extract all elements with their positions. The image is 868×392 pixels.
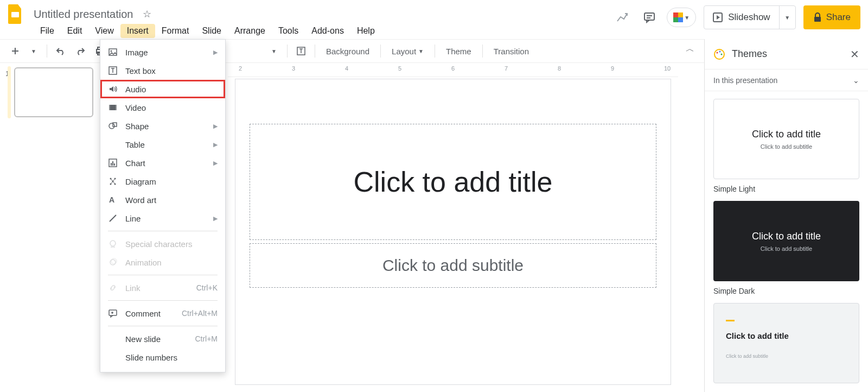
canvas-area: 234567891011 Click to add title Click to… xyxy=(228,63,678,392)
title-right-controls: ▼ Slideshow ▼ Share xyxy=(612,5,860,29)
svg-point-27 xyxy=(109,123,114,129)
svg-point-16 xyxy=(717,52,718,53)
theme-card[interactable]: Click to add titleClick to add subtitle xyxy=(713,201,859,281)
slideshow-group: Slideshow ▼ xyxy=(704,5,796,29)
svg-rect-1 xyxy=(644,13,654,20)
doc-title[interactable]: Untitled presentation xyxy=(34,8,133,21)
insert-menu-animation: Animation xyxy=(100,253,225,271)
insert-menu-text-box[interactable]: Text box xyxy=(100,61,225,80)
share-button[interactable]: Share xyxy=(803,5,860,29)
svg-text:A: A xyxy=(109,195,114,204)
present-icon xyxy=(713,12,723,22)
video-icon xyxy=(108,103,118,112)
svg-point-20 xyxy=(111,50,112,52)
close-icon[interactable]: ✕ xyxy=(850,48,859,61)
slideshow-label: Slideshow xyxy=(728,12,770,23)
insert-menu-comment[interactable]: CommentCtrl+Alt+M xyxy=(100,304,225,323)
share-label: Share xyxy=(826,12,851,23)
new-slide-dropdown[interactable]: ▼ xyxy=(26,42,41,60)
svg-rect-5 xyxy=(814,17,821,22)
theme-button[interactable]: Theme xyxy=(441,42,477,60)
insert-menu-table[interactable]: Table▶ xyxy=(100,135,225,154)
svg-rect-0 xyxy=(11,12,19,17)
title-placeholder[interactable]: Click to add title xyxy=(250,124,656,240)
wordart-icon: A xyxy=(108,195,118,205)
insert-menu-link: LinkCtrl+K xyxy=(100,279,225,297)
theme-card[interactable]: Click to add titleClick to add subtitle xyxy=(713,303,859,383)
svg-line-39 xyxy=(110,215,116,222)
slide-thumb[interactable] xyxy=(14,67,93,117)
menu-view[interactable]: View xyxy=(88,24,120,38)
activity-icon[interactable] xyxy=(612,8,632,27)
menu-file[interactable]: File xyxy=(34,24,61,38)
transition-button[interactable]: Transition xyxy=(488,42,534,60)
submenu-arrow-icon: ▶ xyxy=(213,123,218,130)
insert-menu-shape[interactable]: Shape▶ xyxy=(100,117,225,135)
insert-menu-line[interactable]: Line▶ xyxy=(100,209,225,227)
themes-panel: Themes ✕ In this presentation ⌄ Click to… xyxy=(704,39,868,392)
menu-insert[interactable]: Insert xyxy=(120,24,155,38)
chevron-down-icon: ⌄ xyxy=(853,76,859,85)
menu-bar: FileEditViewInsertFormatSlideArrangeTool… xyxy=(34,23,381,39)
collapse-toolbar-button[interactable]: ︿ xyxy=(686,43,694,55)
lock-icon xyxy=(813,12,822,22)
meet-button[interactable]: ▼ xyxy=(667,8,696,27)
slide-canvas[interactable]: Click to add title Click to add subtitle xyxy=(235,79,671,384)
comments-icon[interactable] xyxy=(640,8,659,27)
menu-edit[interactable]: Edit xyxy=(61,24,89,38)
textbox-icon xyxy=(108,66,118,75)
theme-list: Click to add titleClick to add subtitleS… xyxy=(705,91,868,391)
slideshow-button[interactable]: Slideshow xyxy=(704,6,779,29)
svg-rect-24 xyxy=(109,105,117,110)
link-icon xyxy=(108,283,118,293)
subtitle-placeholder[interactable]: Click to add subtitle xyxy=(250,243,656,288)
svg-rect-30 xyxy=(111,163,112,166)
submenu-arrow-icon: ▶ xyxy=(213,49,218,56)
theme-card[interactable]: Click to add titleClick to add subtitle xyxy=(713,99,859,179)
undo-button[interactable] xyxy=(53,42,69,60)
image-icon xyxy=(108,47,118,57)
insert-menu-dropdown: Image▶Text boxAudioVideoShape▶Table▶Char… xyxy=(100,39,226,372)
diagram-icon xyxy=(108,176,118,186)
slideshow-dropdown[interactable]: ▼ xyxy=(779,6,795,29)
audio-icon xyxy=(108,84,118,94)
slide-thumbnail-1[interactable]: 1 xyxy=(5,67,93,117)
menu-tools[interactable]: Tools xyxy=(272,24,305,38)
themes-subheader[interactable]: In this presentation ⌄ xyxy=(705,69,868,91)
redo-button[interactable] xyxy=(72,42,88,60)
insert-textbox-button[interactable] xyxy=(293,42,309,60)
insert-menu-image[interactable]: Image▶ xyxy=(100,43,225,61)
themes-header: Themes ✕ xyxy=(705,39,868,69)
app-logo xyxy=(4,3,26,25)
new-slide-button[interactable] xyxy=(8,42,23,60)
insert-menu-video[interactable]: Video xyxy=(100,98,225,117)
chart-icon xyxy=(108,158,118,168)
insert-menu-new-slide[interactable]: New slideCtrl+M xyxy=(100,330,225,348)
svg-point-18 xyxy=(721,53,723,55)
insert-menu-special-characters: Special characters xyxy=(100,235,225,253)
menu-add-ons[interactable]: Add-ons xyxy=(305,24,350,38)
insert-menu-slide-numbers[interactable]: Slide numbers xyxy=(100,348,225,366)
shape-icon xyxy=(108,121,118,131)
menu-arrange[interactable]: Arrange xyxy=(228,24,272,38)
insert-menu-chart[interactable]: Chart▶ xyxy=(100,154,225,172)
slide-strip: 1 xyxy=(0,63,98,392)
star-icon[interactable]: ☆ xyxy=(143,8,151,20)
background-button[interactable]: Background xyxy=(321,42,375,60)
layout-button[interactable]: Layout▼ xyxy=(386,42,429,60)
submenu-arrow-icon: ▶ xyxy=(213,141,218,148)
theme-label: Simple Dark xyxy=(713,287,859,295)
menu-format[interactable]: Format xyxy=(155,24,196,38)
svg-point-15 xyxy=(714,49,724,59)
insert-menu-diagram[interactable]: Diagram xyxy=(100,172,225,191)
menu-slide[interactable]: Slide xyxy=(195,24,228,38)
insert-menu-word-art[interactable]: AWord art xyxy=(100,191,225,209)
zoom-dropdown[interactable]: ▼ xyxy=(266,42,282,60)
horizontal-ruler: 234567891011 xyxy=(228,63,678,77)
meet-icon xyxy=(673,12,683,22)
menu-help[interactable]: Help xyxy=(350,24,381,38)
insert-menu-audio[interactable]: Audio xyxy=(100,80,225,98)
special-icon xyxy=(108,239,118,249)
submenu-arrow-icon: ▶ xyxy=(213,160,218,167)
themes-title: Themes xyxy=(732,48,844,60)
